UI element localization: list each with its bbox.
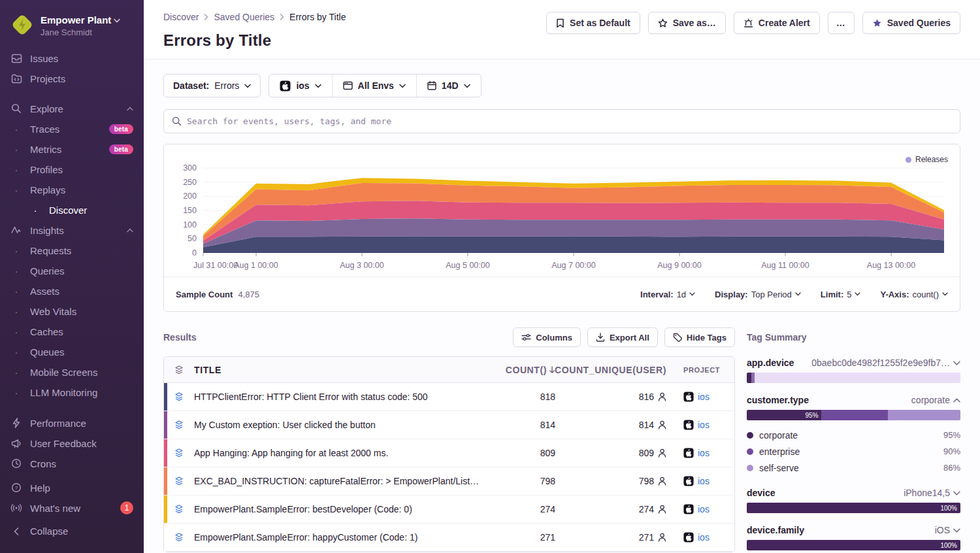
tag-section-toggle[interactable]: device iPhone14,5 [747,488,960,498]
save-as-button[interactable]: Save as… [648,12,726,34]
sidebar-item-metrics[interactable]: · Metrics beta [0,139,144,159]
search-input[interactable] [187,116,952,126]
user-icon [658,505,666,514]
sidebar-item-discover[interactable]: · Discover [0,200,144,220]
chevron-up-icon [953,398,960,403]
col-title[interactable]: TITLE [194,365,491,375]
col-count[interactable]: COUNT() [491,365,563,375]
sidebar-item-traces[interactable]: · Traces beta [0,119,144,139]
project-link[interactable]: ios [698,392,710,402]
chevron-down-icon [689,292,695,296]
chart-legend[interactable]: Releases [906,155,948,164]
more-actions-button[interactable]: … [828,12,855,34]
stacked-area-chart[interactable]: 050100150200250300Jul 31 00:00Aug 1 00:0… [165,148,958,276]
table-row[interactable]: App Hanging: App hanging for at least 20… [164,439,734,467]
sidebar-section-explore[interactable]: Explore [0,99,144,119]
sidebar-item-requests[interactable]: ·Requests [0,241,144,261]
col-count-unique[interactable]: COUNT_UNIQUE(USER) [563,365,674,375]
col-project[interactable]: PROJECT [674,366,734,374]
saved-queries-button[interactable]: Saved Queries [862,12,960,34]
create-alert-button[interactable]: Create Alert [734,12,820,34]
breadcrumb-discover[interactable]: Discover [163,12,199,22]
stack-icon[interactable] [164,392,194,402]
date-range-filter[interactable]: 14D [416,75,481,97]
tag-legend-row[interactable]: corporate 95% [747,427,960,443]
sidebar-item-mobile-screens[interactable]: ·Mobile Screens [0,362,144,382]
display-selector[interactable]: Display: Top Period [715,290,801,299]
sidebar-item-issues[interactable]: Issues [0,48,144,69]
sidebar-item-whats-new[interactable]: What's new 1 [0,498,144,518]
issues-icon [10,53,22,64]
bullet-icon: · [10,144,22,155]
sidebar-item-crons[interactable]: Crons [0,454,144,474]
sidebar-item-projects[interactable]: Projects [0,69,144,89]
export-all-button[interactable]: Export All [587,327,658,347]
hide-tags-button[interactable]: Hide Tags [664,327,735,347]
sidebar-collapse-button[interactable]: Collapse [0,521,144,541]
project-link[interactable]: ios [698,532,710,543]
project-link[interactable]: ios [698,420,710,430]
error-title-link[interactable]: App Hanging: App hanging for at least 20… [194,448,491,458]
error-title-link[interactable]: EmpowerPlant.SampleError: happyCustomer … [194,532,491,543]
tag-section-toggle[interactable]: device.family iOS [747,525,960,535]
tag-section-toggle[interactable]: app.device 0baebc0de4982f1255f2e9e9fb7… [747,358,960,368]
sidebar-item-llm-monitoring[interactable]: ·LLM Monitoring [0,382,144,403]
project-filter[interactable]: ios [269,75,331,97]
stack-icon[interactable] [164,476,194,486]
stack-icon[interactable] [164,532,194,543]
calendar-icon [427,81,436,90]
table-row[interactable]: EmpowerPlant.SampleError: happyCustomer … [164,524,734,552]
set-as-default-button[interactable]: Set as Default [546,12,640,34]
tag-legend-row[interactable]: self-serve 86% [747,460,960,476]
environment-filter[interactable]: All Envs [332,75,416,97]
bullet-icon: · [10,245,22,256]
yaxis-selector[interactable]: Y-Axis: count() [880,290,948,299]
sidebar-item-caches[interactable]: ·Caches [0,322,144,342]
project-link[interactable]: ios [698,448,710,458]
search-bar[interactable] [163,109,960,133]
user-icon [658,533,666,542]
chevron-down-icon [114,18,120,23]
sidebar-item-help[interactable]: ? Help [0,478,144,498]
limit-selector[interactable]: Limit: 5 [821,290,861,299]
table-row[interactable]: HTTPClientError: HTTP Client Error with … [164,383,734,411]
sidebar-item-user-feedback[interactable]: User Feedback [0,433,144,454]
results-title: Results [163,332,197,343]
svg-text:0: 0 [192,248,197,258]
chevron-down-icon [942,292,948,296]
stack-icon[interactable] [164,448,194,458]
clock-icon [10,458,22,469]
error-title-link[interactable]: EmpowerPlant.SampleError: bestDeveloper … [194,504,491,514]
chevron-down-icon [244,84,251,88]
columns-button[interactable]: Columns [513,327,581,347]
bullet-icon: · [10,367,22,378]
sidebar-item-queries[interactable]: ·Queries [0,261,144,281]
star-outline-icon [658,18,668,28]
error-title-link[interactable]: EXC_BAD_INSTRUCTION: captureFatalError: … [194,476,491,486]
error-title-link[interactable]: My Custom exeption: User clicked the but… [194,420,491,430]
bookmark-icon [556,18,564,28]
project-link[interactable]: ios [698,476,710,486]
sidebar-item-queues[interactable]: ·Queues [0,342,144,362]
breadcrumb-saved-queries[interactable]: Saved Queries [214,12,274,22]
interval-selector[interactable]: Interval: 1d [640,290,695,299]
project-link[interactable]: ios [698,504,710,514]
table-row[interactable]: EmpowerPlant.SampleError: bestDeveloper … [164,495,734,524]
sidebar-item-replays[interactable]: · Replays [0,180,144,200]
stack-icon[interactable] [164,420,194,430]
stack-icon[interactable] [164,504,194,514]
broadcast-icon [10,503,22,512]
org-switcher[interactable]: Empower Plant Jane Schmidt [0,9,144,48]
table-row[interactable]: EXC_BAD_INSTRUCTION: captureFatalError: … [164,467,734,495]
tag-section-toggle[interactable]: customer.type corporate [747,395,960,405]
tag-legend-row[interactable]: enterprise 90% [747,443,960,460]
sidebar-item-assets[interactable]: ·Assets [0,281,144,301]
table-row[interactable]: My Custom exeption: User clicked the but… [164,411,734,439]
sidebar-item-performance[interactable]: Performance [0,413,144,433]
error-title-link[interactable]: HTTPClientError: HTTP Client Error with … [194,392,491,402]
sidebar-section-insights[interactable]: Insights [0,220,144,241]
chevron-down-icon [795,292,801,296]
sidebar-item-profiles[interactable]: · Profiles [0,159,144,180]
sidebar-item-web-vitals[interactable]: ·Web Vitals [0,301,144,322]
dataset-selector[interactable]: Dataset: Errors [163,74,261,97]
